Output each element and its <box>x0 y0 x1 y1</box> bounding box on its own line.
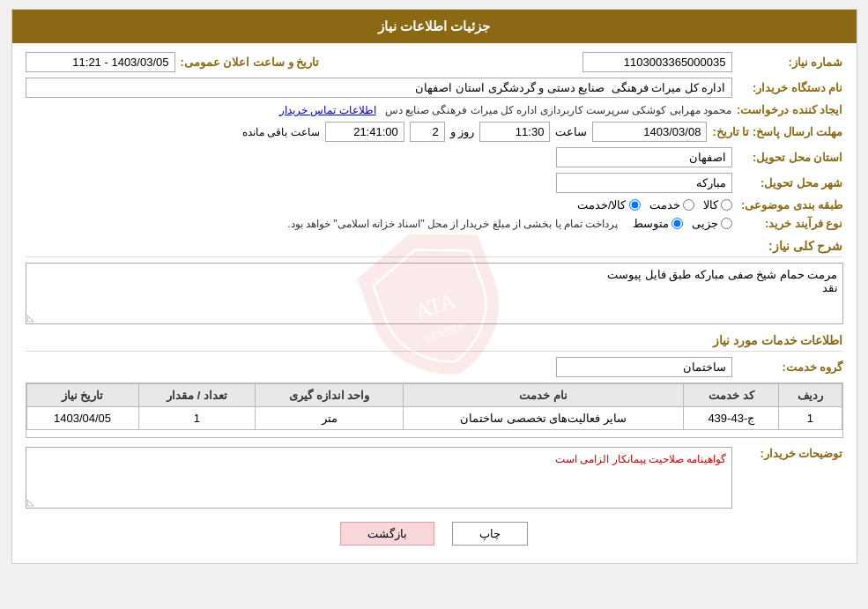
purchase-radio-motavasset[interactable]: متوسط <box>633 217 683 230</box>
print-button[interactable]: چاپ <box>452 522 528 546</box>
announce-date-label: تاریخ و ساعت اعلان عمومی: <box>181 56 320 69</box>
need-number-label: شماره نیاز: <box>738 56 843 69</box>
cell-code-0: ج-43-439 <box>684 407 779 430</box>
deadline-days-label: روز و <box>450 125 475 138</box>
creator-name: محمود مهرابی کوشکی سرپرست کاربردازی ادار… <box>385 104 731 116</box>
city-input[interactable] <box>556 173 732 193</box>
need-desc-section-title: شرح کلی نیاز: <box>26 239 843 257</box>
org-name-label: نام دستگاه خریدار: <box>738 81 843 94</box>
buyer-desc-row: توضیحات خریدار: گواهینامه صلاحیت پیمانکا… <box>26 447 843 509</box>
city-row: شهر محل تحویل: <box>26 173 843 193</box>
cell-unit-0: متر <box>256 407 403 430</box>
category-kala-label: کالا <box>703 198 718 212</box>
col-quantity-header: تعداد / مقدار <box>138 384 256 407</box>
buyer-desc-text: گواهینامه صلاحیت پیمانکار الزامی است <box>555 453 726 465</box>
services-table-container: ردیف کد خدمت نام خدمت واحد اندازه گیری ت… <box>26 382 843 438</box>
purchase-motavasset-label: متوسط <box>633 217 669 230</box>
province-row: استان محل تحویل: <box>26 147 843 167</box>
buttons-row: چاپ بازگشت <box>26 522 843 546</box>
service-group-row: گروه خدمت: <box>26 357 843 377</box>
cell-name-0: سایر فعالیت‌های تخصصی ساختمان <box>403 407 683 430</box>
category-radio-kala[interactable]: کالا <box>703 198 732 212</box>
org-name-input[interactable] <box>26 78 732 98</box>
cell-date-0: 1403/04/05 <box>26 407 138 430</box>
buyer-desc-wrapper: گواهینامه صلاحیت پیمانکار الزامی است ◺ <box>26 447 732 509</box>
category-label: طبقه بندی موضوعی: <box>738 198 843 212</box>
creator-row: ایجاد کننده درخواست: محمود مهرابی کوشکی … <box>26 103 843 116</box>
need-desc-text: مرمت حمام شیخ صفی مبارکه طبق فایل پیوست … <box>607 268 837 294</box>
services-section-title: اطلاعات خدمات مورد نیاز <box>26 333 843 352</box>
purchase-radio-motavasset-input[interactable] <box>671 218 683 229</box>
creator-link[interactable]: اطلاعات تماس خریدار <box>279 104 376 116</box>
category-radio-kala-khedmat[interactable]: کالا/خدمت <box>577 198 641 212</box>
back-button[interactable]: بازگشت <box>340 522 434 546</box>
content-area: ATA TENDER شماره نیاز: تاریخ و ساعت اعلا… <box>12 43 857 563</box>
deadline-days-input[interactable] <box>410 122 445 142</box>
purchase-note: پرداخت تمام یا بخشی از مبلغ خریدار از مح… <box>287 218 618 230</box>
col-date-header: تاریخ نیاز <box>26 384 138 407</box>
deadline-time-label: ساعت <box>555 125 587 138</box>
category-radio-khedmat-input[interactable] <box>683 199 694 211</box>
table-row: 1ج-43-439سایر فعالیت‌های تخصصی ساختمانمت… <box>26 407 842 430</box>
purchase-radio-jozi-input[interactable] <box>721 218 732 229</box>
category-radio-khedmat[interactable]: خدمت <box>649 198 694 212</box>
page-title: جزئیات اطلاعات نیاز <box>378 19 490 33</box>
deadline-date-input[interactable] <box>592 122 707 142</box>
category-radio-both-input[interactable] <box>629 199 641 211</box>
page-container: جزئیات اطلاعات نیاز ATA TENDER شماره نیا… <box>11 9 857 564</box>
buyer-desc-content: گواهینامه صلاحیت پیمانکار الزامی است <box>26 447 732 509</box>
need-number-input[interactable] <box>582 52 732 72</box>
col-name-header: نام خدمت <box>403 384 683 407</box>
need-desc-row: مرمت حمام شیخ صفی مبارکه طبق فایل پیوست … <box>26 263 843 324</box>
deadline-remaining-input[interactable] <box>325 122 404 142</box>
creator-label: ایجاد کننده درخواست: <box>737 103 843 116</box>
col-code-header: کد خدمت <box>684 384 779 407</box>
service-group-input[interactable] <box>556 357 732 377</box>
service-group-label: گروه خدمت: <box>738 360 843 374</box>
deadline-remaining-label: ساعت باقی مانده <box>242 126 320 138</box>
buyer-desc-label: توضیحات خریدار: <box>738 447 843 460</box>
services-table: ردیف کد خدمت نام خدمت واحد اندازه گیری ت… <box>26 383 842 430</box>
category-khedmat-label: خدمت <box>649 198 680 212</box>
buyer-desc-resize: ◺ <box>27 497 34 507</box>
purchase-radio-jozi[interactable]: جزیی <box>692 217 732 230</box>
resize-handle: ◺ <box>27 313 34 323</box>
purchase-type-label: نوع فرآیند خرید: <box>738 217 843 230</box>
category-radio-kala-input[interactable] <box>721 199 732 211</box>
city-label: شهر محل تحویل: <box>738 176 843 189</box>
need-desc-wrapper: مرمت حمام شیخ صفی مبارکه طبق فایل پیوست … <box>26 263 843 324</box>
cell-quantity-0: 1 <box>138 407 256 430</box>
deadline-label: مهلت ارسال پاسخ: تا تاریخ: <box>712 125 842 138</box>
category-row: طبقه بندی موضوعی: کالا خدمت کالا/خدمت <box>26 198 843 212</box>
org-name-row: نام دستگاه خریدار: <box>26 78 843 98</box>
province-input[interactable] <box>556 147 732 167</box>
purchase-type-row: نوع فرآیند خرید: جزیی متوسط پرداخت تمام … <box>26 217 843 230</box>
col-unit-header: واحد اندازه گیری <box>256 384 403 407</box>
col-row-header: ردیف <box>779 384 842 407</box>
need-desc-content: مرمت حمام شیخ صفی مبارکه طبق فایل پیوست … <box>26 263 843 324</box>
deadline-row: مهلت ارسال پاسخ: تا تاریخ: ساعت روز و سا… <box>26 122 843 142</box>
table-header-row: ردیف کد خدمت نام خدمت واحد اندازه گیری ت… <box>26 384 842 407</box>
province-label: استان محل تحویل: <box>738 151 843 164</box>
deadline-time-input[interactable] <box>479 122 550 142</box>
page-header: جزئیات اطلاعات نیاز <box>12 10 857 43</box>
cell-row-0: 1 <box>779 407 842 430</box>
category-both-label: کالا/خدمت <box>577 198 627 212</box>
announce-date-input[interactable] <box>26 52 175 72</box>
need-number-row: شماره نیاز: تاریخ و ساعت اعلان عمومی: <box>26 52 843 72</box>
purchase-jozi-label: جزیی <box>692 217 718 230</box>
category-radio-group: کالا خدمت کالا/خدمت <box>577 198 732 212</box>
purchase-radio-group: جزیی متوسط <box>633 217 732 230</box>
